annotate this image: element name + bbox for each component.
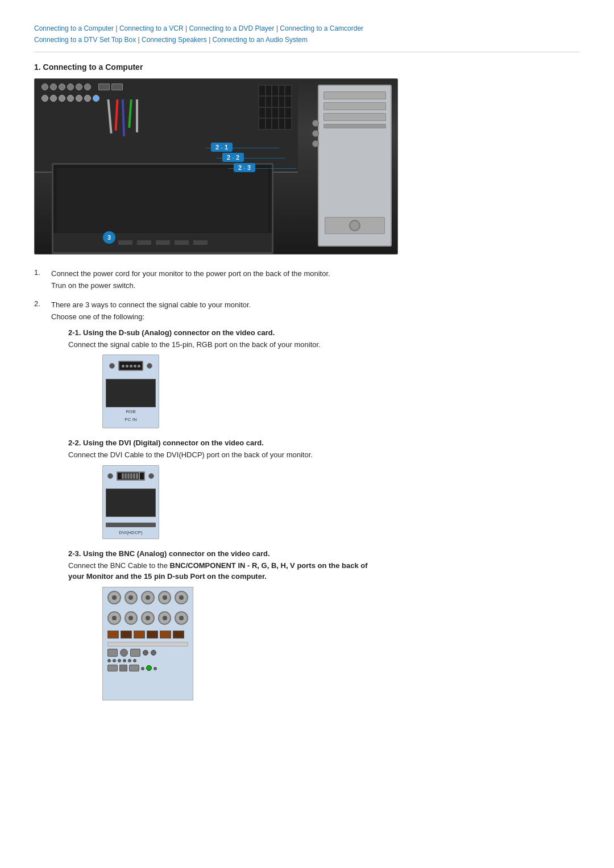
section-title: 1. Connecting to a Computer (34, 62, 580, 72)
substep-2-1-label: 2-1. (68, 328, 81, 337)
main-image: 2 - 1 2 - 2 2 - 3 3 (34, 78, 398, 254)
substep-2-3-desc: Connect the BNC Cable to the BNC/COMPONE… (68, 560, 580, 582)
step-2-content: There are 3 ways to connect the signal c… (51, 299, 580, 708)
substep-2-3-desc-bold-1: BNC/COMPONENT IN - R, G, B, H, V ports o… (170, 561, 368, 570)
step-2-line2: Choose one of the following: (51, 311, 580, 323)
substep-2-1-desc: Connect the signal cable to the 15-pin, … (68, 339, 580, 350)
badge-3: 3 (103, 231, 115, 244)
dsub-pcin-label: PC IN (103, 417, 159, 422)
step-1: 1. Connect the power cord for your monit… (34, 268, 580, 293)
step-1-line2: Trun on the power switch. (51, 280, 580, 291)
substep-2-2-text: Using the DVI (Digital) connector on the… (83, 439, 264, 447)
substep-2-3: 2-3. Using the BNC (Analog) connector on… (68, 549, 580, 700)
substep-2-3-title: 2-3. Using the BNC (Analog) connector on… (68, 549, 580, 558)
nav-link-vcr[interactable]: Connecting to a VCR (119, 24, 184, 32)
substep-2-2-desc: Connect the DVI Cable to the DVI(HDCP) p… (68, 449, 580, 461)
step-2-line1: There are 3 ways to connect the signal c… (51, 299, 580, 311)
bnc-divider-bar (107, 642, 188, 646)
dvi-label: DVI(HDCP) (103, 530, 159, 535)
substep-2-3-label: 2-3. (68, 549, 81, 558)
substep-2-2: 2-2. Using the DVI (Digital) connector o… (68, 439, 580, 539)
substep-2-2-title: 2-2. Using the DVI (Digital) connector o… (68, 439, 580, 447)
bnc-row-2 (103, 608, 193, 628)
steps-container: 1. Connect the power cord for your monit… (34, 268, 580, 708)
nav-link-computer[interactable]: Connecting to a Computer (34, 24, 114, 32)
substep-2-3-desc-bold-2: your Monitor and the 15 pin D-sub Port o… (68, 572, 267, 581)
substep-2-3-desc-prefix: Connect the BNC Cable to the (68, 561, 170, 570)
bnc-bar-row (103, 628, 193, 641)
nav-link-dtv[interactable]: Connecting to a DTV Set Top Box (34, 36, 136, 44)
badge-2-1: 2 - 1 (211, 143, 233, 152)
bnc-small-row-1 (103, 648, 193, 658)
substep-2-1-title: 2-1. Using the D-sub (Analog) connector … (68, 328, 580, 337)
substep-2-1-text: Using the D-sub (Analog) connector on th… (83, 328, 275, 337)
bnc-bottom-row-2 (103, 663, 193, 673)
step-2: 2. There are 3 ways to connect the signa… (34, 299, 580, 708)
substep-2-2-label: 2-2. (68, 439, 81, 447)
step-1-line1: Connect the power cord for your monitor … (51, 268, 580, 279)
bnc-row-1 (103, 587, 193, 608)
nav-link-speakers[interactable]: Connecting Speakers (142, 36, 207, 44)
nav-link-dvd[interactable]: Connecting to a DVD Player (189, 24, 274, 32)
nav-link-audio[interactable]: Connecting to an Audio System (213, 36, 308, 44)
badge-2-2: 2 - 2 (222, 153, 244, 162)
dsub-connector-image: RGB PC IN (102, 354, 159, 428)
badge-2-3: 2 - 3 (234, 163, 255, 172)
section-divider (34, 52, 580, 52)
bnc-bottom-row (103, 658, 193, 663)
bnc-connector-image (102, 587, 193, 700)
nav-link-camcorder[interactable]: Connecting to a Camcorder (280, 24, 363, 32)
step-1-number: 1. (34, 268, 51, 277)
step-2-number: 2. (34, 299, 51, 308)
substep-2-3-text: Using the BNC (Analog) connector on the … (83, 549, 270, 558)
substep-2-1: 2-1. Using the D-sub (Analog) connector … (68, 328, 580, 429)
step-1-content: Connect the power cord for your monitor … (51, 268, 580, 293)
dvi-connector-image: DVI(HDCP) (102, 465, 159, 539)
nav-links: Connecting to a Computer | Connecting to… (34, 23, 580, 46)
dsub-rgb-label: RGB (103, 409, 159, 414)
